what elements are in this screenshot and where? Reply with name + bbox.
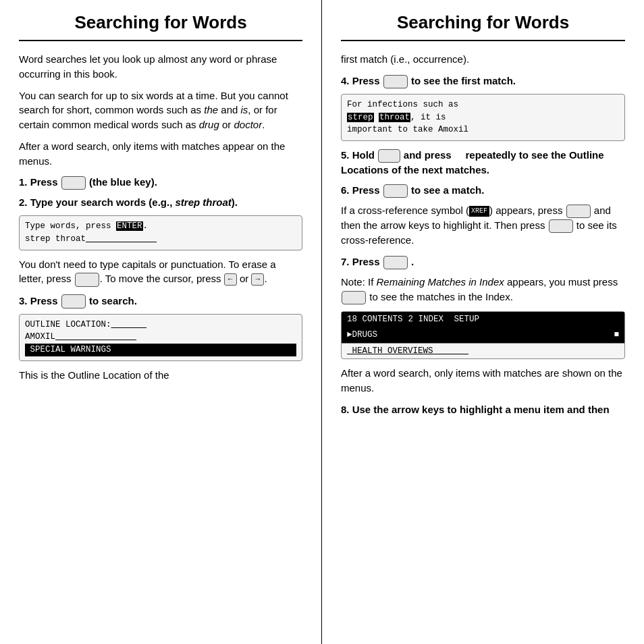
step-8: 8. Use the arrow keys to highlight a men… xyxy=(341,402,625,417)
step-5: 5. Hold and press repeatedly to see the … xyxy=(341,148,625,178)
left-arrow: ← xyxy=(224,273,237,286)
screen-4-row2: ►DRUGS■ xyxy=(342,327,624,343)
left-column: Searching for Words Word searches let yo… xyxy=(0,0,322,644)
step4-key xyxy=(383,75,408,88)
step-1: 1. Press (the blue key). xyxy=(19,175,302,190)
step6-key2 xyxy=(566,205,591,218)
intro-para-2: You can search for up to six words at a … xyxy=(19,88,302,132)
step-2: 2. Type your search words (e.g., strep t… xyxy=(19,195,302,210)
screen-2-line1: OUTLINE LOCATION: xyxy=(25,319,296,331)
screen-3-line3: important to take Amoxil xyxy=(347,124,619,136)
screen-2-line2: AMOXIL xyxy=(25,331,296,344)
intro-para-1: Word searches let you look up almost any… xyxy=(19,52,302,82)
search-key xyxy=(61,294,86,308)
step6-key3 xyxy=(549,219,573,233)
right-divider xyxy=(341,40,625,41)
left-divider xyxy=(19,40,302,41)
after-screen-text: You don't need to type capitals or punct… xyxy=(19,257,302,287)
step-8-label: 8. Use the arrow keys to highlight a men… xyxy=(341,404,610,415)
enter-key: ENTER xyxy=(116,221,143,231)
left-title: Searching for Words xyxy=(19,12,302,33)
step6-key xyxy=(383,184,408,198)
screen-3: For infections such as strep throat, it … xyxy=(341,94,625,141)
step-3: 3. Press to search. xyxy=(19,294,302,308)
screen-2-line3: SPECIAL WARNINGS xyxy=(25,344,296,356)
footer-text: This is the Outline Location of the xyxy=(19,368,302,383)
screen-1-line1: Type words, press ENTER. xyxy=(25,220,296,233)
strep-highlight: strep xyxy=(347,113,374,122)
hold-key xyxy=(378,149,400,163)
blue-key-btn xyxy=(61,176,86,190)
erase-key xyxy=(75,273,99,286)
step-6-label: 6. Press to see a match. xyxy=(341,184,484,196)
screen-4-col1: 18 CONTENTS xyxy=(347,313,403,326)
after-screen4: After a word search, only items with mat… xyxy=(341,366,625,396)
right-arrow: → xyxy=(251,273,264,286)
step-1-label: 1. Press (the blue key). xyxy=(19,176,157,188)
step-6-body: If a cross-reference symbol (XREF) appea… xyxy=(341,203,625,248)
screen-4-col2: 2 INDEX xyxy=(408,313,449,326)
intro-para-3: After a word search, only items with mat… xyxy=(19,139,302,169)
step7-key xyxy=(383,256,408,269)
step-5-label: 5. Hold and press repeatedly to see the … xyxy=(341,149,604,176)
footer-cont: first match (i.e., occurrence). xyxy=(341,52,625,67)
screen-4-row1: 18 CONTENTS 2 INDEX SETUP xyxy=(342,312,624,327)
screen-4: 18 CONTENTS 2 INDEX SETUP ►DRUGS■ HEALTH… xyxy=(341,311,625,359)
screen-1-line2: strep throat xyxy=(25,233,296,246)
screen-3-line1: For infections such as xyxy=(347,99,619,111)
right-title: Searching for Words xyxy=(341,12,625,33)
screen-2: OUTLINE LOCATION: AMOXIL SPECIAL WARNING… xyxy=(19,314,302,361)
right-column: Searching for Words first match (i.e., o… xyxy=(322,0,644,644)
xref-badge: XREF xyxy=(469,206,489,217)
step-7-note: Note: If Remaining Matches in Index appe… xyxy=(341,275,625,304)
screen-3-line2: strep throat, it is xyxy=(347,111,619,124)
screen-4-row3: HEALTH OVERVIEWS xyxy=(342,343,624,359)
throat-highlight: throat xyxy=(379,113,410,122)
step-3-label: 3. Press to search. xyxy=(19,295,137,306)
screen-1: Type words, press ENTER. strep throat xyxy=(19,215,302,250)
step-4-label: 4. Press to see the first match. xyxy=(341,75,516,86)
step-6: 6. Press to see a match. xyxy=(341,183,625,198)
screen-4-col3: SETUP xyxy=(454,313,480,326)
step-7: 7. Press . xyxy=(341,254,625,269)
step-7-label: 7. Press . xyxy=(341,256,414,267)
step-2-label: 2. Type your search words (e.g., strep t… xyxy=(19,196,238,208)
step-4: 4. Press to see the first match. xyxy=(341,74,625,88)
step7-key2 xyxy=(342,291,366,304)
